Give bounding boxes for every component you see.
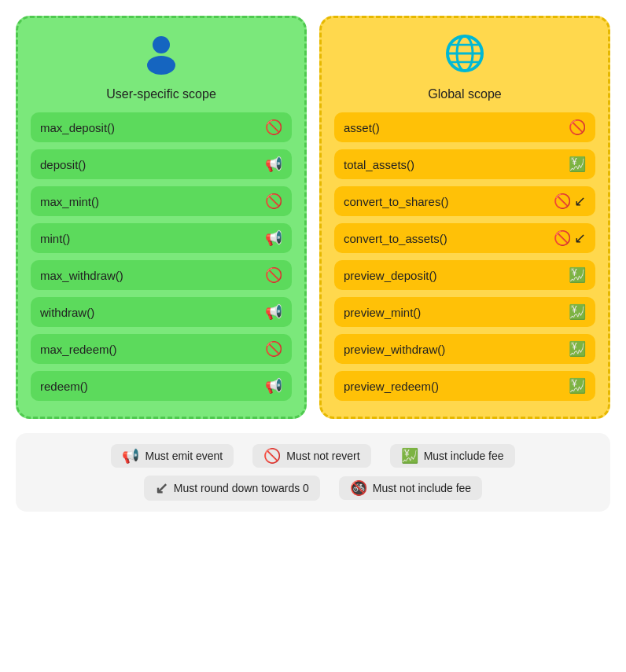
legend-emit-event-icon: 📢 (122, 449, 139, 463)
func-max-mint: max_mint() 🚫 (31, 186, 292, 216)
no-revert-icon: 🚫 (265, 194, 282, 208)
legend-no-revert: 🚫 Must not revert (252, 444, 370, 468)
include-fee-icon: 💹 (569, 305, 586, 319)
func-convert-to-assets: convert_to_assets() 🚫 ↙ (334, 223, 595, 253)
include-fee-icon: 💹 (569, 379, 586, 393)
no-revert-icon: 🚫 (265, 120, 282, 134)
legend-row-2: ↙ Must round down towards 0 🚳 Must not i… (31, 476, 595, 501)
user-scope-panel: User-specific scope max_deposit() 🚫 depo… (16, 16, 307, 419)
legend-include-fee-label: Must include fee (424, 450, 504, 462)
global-func-list: asset() 🚫 total_assets() 💹 convert_to_sh… (334, 112, 595, 401)
globe-icon (444, 32, 486, 81)
legend-no-fee: 🚳 Must not include fee (339, 476, 482, 500)
func-preview-withdraw: preview_withdraw() 💹 (334, 334, 595, 364)
emit-event-icon: 📢 (265, 157, 282, 171)
legend-emit-event: 📢 Must emit event (111, 444, 234, 468)
round-down-icon: ↙ (574, 194, 586, 208)
func-mint: mint() 📢 (31, 223, 292, 253)
legend-no-revert-icon: 🚫 (263, 449, 281, 463)
svg-point-0 (153, 36, 170, 53)
func-deposit: deposit() 📢 (31, 149, 292, 179)
main-panels: User-specific scope max_deposit() 🚫 depo… (16, 16, 610, 419)
legend-emit-event-label: Must emit event (145, 450, 223, 462)
user-scope-title: User-specific scope (106, 87, 216, 101)
svg-point-1 (147, 56, 175, 75)
func-max-redeem: max_redeem() 🚫 (31, 334, 292, 364)
no-revert-icon: 🚫 (554, 231, 571, 245)
legend-no-fee-icon: 🚳 (350, 481, 367, 495)
no-revert-icon: 🚫 (554, 194, 571, 208)
emit-event-icon: 📢 (265, 231, 282, 245)
emit-event-icon: 📢 (265, 379, 282, 393)
include-fee-icon: 💹 (569, 342, 586, 356)
legend-round-down-label: Must round down towards 0 (174, 482, 309, 494)
func-preview-mint: preview_mint() 💹 (334, 297, 595, 327)
legend: 📢 Must emit event 🚫 Must not revert 💹 Mu… (16, 433, 610, 512)
legend-row-1: 📢 Must emit event 🚫 Must not revert 💹 Mu… (31, 444, 595, 468)
no-revert-icon: 🚫 (265, 268, 282, 282)
no-revert-icon: 🚫 (265, 342, 282, 356)
legend-round-down: ↙ Must round down towards 0 (144, 476, 320, 501)
func-preview-deposit: preview_deposit() 💹 (334, 260, 595, 290)
func-redeem: redeem() 📢 (31, 371, 292, 401)
func-asset: asset() 🚫 (334, 112, 595, 142)
func-total-assets: total_assets() 💹 (334, 149, 595, 179)
legend-include-fee-icon: 💹 (401, 449, 418, 463)
global-scope-title: Global scope (428, 87, 501, 101)
no-revert-icon: 🚫 (569, 120, 586, 134)
func-withdraw: withdraw() 📢 (31, 297, 292, 327)
user-icon (140, 32, 182, 81)
include-fee-icon: 💹 (569, 157, 586, 171)
func-max-withdraw: max_withdraw() 🚫 (31, 260, 292, 290)
user-func-list: max_deposit() 🚫 deposit() 📢 max_mint() 🚫… (31, 112, 292, 401)
global-scope-panel: Global scope asset() 🚫 total_assets() 💹 … (319, 16, 610, 419)
legend-no-fee-label: Must not include fee (373, 482, 471, 494)
func-max-deposit: max_deposit() 🚫 (31, 112, 292, 142)
emit-event-icon: 📢 (265, 305, 282, 319)
legend-round-down-icon: ↙ (155, 480, 168, 496)
func-preview-redeem: preview_redeem() 💹 (334, 371, 595, 401)
include-fee-icon: 💹 (569, 268, 586, 282)
legend-no-revert-label: Must not revert (286, 450, 359, 462)
round-down-icon: ↙ (574, 231, 586, 245)
func-convert-to-shares: convert_to_shares() 🚫 ↙ (334, 186, 595, 216)
legend-include-fee: 💹 Must include fee (390, 444, 515, 468)
